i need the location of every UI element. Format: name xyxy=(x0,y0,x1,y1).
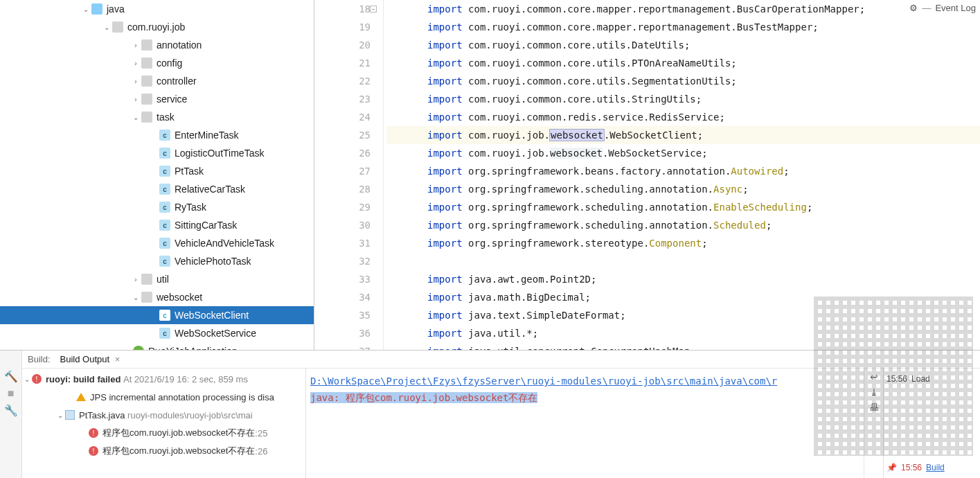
tree-node-annotation[interactable]: annotation xyxy=(0,36,314,54)
code-line[interactable]: import com.ruoyi.common.core.utils.DateU… xyxy=(386,36,980,54)
output-error-line[interactable]: java: 程序包com.ruoyi.job.websocket不存在 xyxy=(310,389,859,406)
editor-code[interactable]: import com.ruoyi.common.core.mapper.repo… xyxy=(384,0,980,350)
code-editor[interactable]: 1819202122232425262728293031323334353637… xyxy=(314,0,980,350)
tree-label: WebSocketService xyxy=(175,328,256,339)
build-messages-tree[interactable]: ⌄ ruoyi: build failed At 2021/6/19 16: 2… xyxy=(22,369,306,478)
code-line[interactable]: import com.ruoyi.common.core.mapper.repo… xyxy=(386,0,980,18)
tree-node-util[interactable]: util xyxy=(0,270,314,288)
error-line: :25 xyxy=(255,428,267,439)
chevron-down-icon[interactable]: ⌄ xyxy=(55,411,65,419)
tree-node-class[interactable]: RyTask xyxy=(0,198,314,216)
close-icon[interactable]: × xyxy=(115,354,121,364)
code-line[interactable]: import org.springframework.stereotype.Co… xyxy=(386,234,980,252)
tree-node-websocketservice[interactable]: WebSocketService xyxy=(0,324,314,342)
package-icon xyxy=(141,274,152,285)
tree-node-class[interactable]: VehiclePhotoTask xyxy=(0,252,314,270)
code-line[interactable] xyxy=(386,252,980,270)
scroll-end-icon[interactable]: ⤓ xyxy=(870,387,878,398)
code-line[interactable]: import com.ruoyi.common.core.utils.Strin… xyxy=(386,90,980,108)
tree-label: websocket xyxy=(157,292,202,303)
tree-node-class[interactable]: SittingCarTask xyxy=(0,216,314,234)
tree-node-class[interactable]: VehicleAndVehicleTask xyxy=(0,234,314,252)
class-icon xyxy=(159,238,170,249)
class-icon xyxy=(159,202,170,213)
tree-label: VehiclePhotoTask xyxy=(175,256,251,267)
output-path[interactable]: D:\WorkSpace\Project\Fzys\fzysServer\ruo… xyxy=(310,375,777,387)
code-line[interactable]: import com.ruoyi.common.core.utils.PTOnA… xyxy=(386,54,980,72)
package-icon xyxy=(141,39,152,51)
code-line[interactable]: import com.ruoyi.common.core.mapper.repo… xyxy=(386,18,980,36)
code-line[interactable]: import java.util.*; xyxy=(386,324,980,342)
build-root-node[interactable]: ⌄ ruoyi: build failed At 2021/6/19 16: 2… xyxy=(22,370,305,388)
chevron-right-icon[interactable] xyxy=(132,78,140,85)
tree-node-websocketclient[interactable]: WebSocketClient xyxy=(0,306,314,324)
status-entry[interactable]: 📌 15:56 Build xyxy=(887,459,977,477)
event-log-panel: 15:56 Load 📌 15:56 Build xyxy=(883,369,980,478)
build-error-node[interactable]: 程序包com.ruoyi.job.websocket不存在 :26 xyxy=(22,442,305,460)
class-icon xyxy=(159,166,170,177)
warning-text: JPS incremental annotation processing is… xyxy=(90,392,274,402)
tree-node-class[interactable]: EnterMineTask xyxy=(0,126,314,144)
build-error-node[interactable]: 程序包com.ruoyi.job.websocket不存在 :25 xyxy=(22,424,305,442)
chevron-right-icon[interactable] xyxy=(132,60,140,67)
chevron-down-icon[interactable]: ⌄ xyxy=(22,375,32,383)
java-file-icon xyxy=(65,410,75,420)
code-line[interactable]: import com.ruoyi.job.websocket.WebSocket… xyxy=(386,144,980,162)
status-entry[interactable]: 15:56 Load xyxy=(887,370,977,388)
pin-icon[interactable]: 📌 xyxy=(887,463,897,472)
tree-node-controller[interactable]: controller xyxy=(0,72,314,90)
code-line[interactable]: import java.util.concurrent.ConcurrentHa… xyxy=(386,342,980,350)
wrap-icon[interactable]: ↩ xyxy=(870,371,878,382)
tree-node-class[interactable]: PtTask xyxy=(0,162,314,180)
tree-node-class[interactable]: RelativeCarTask xyxy=(0,180,314,198)
tree-node-app-class[interactable]: RuoYiJobApplication xyxy=(0,342,314,350)
chevron-right-icon[interactable] xyxy=(132,96,140,103)
code-line[interactable]: import org.springframework.scheduling.an… xyxy=(386,198,980,216)
chevron-down-icon[interactable] xyxy=(132,114,140,121)
chevron-right-icon[interactable] xyxy=(132,42,140,49)
build-right-toolbar: ↩ ⤓ 🖶 xyxy=(864,369,883,478)
project-tree[interactable]: java com.ruoyi.job annotation config con… xyxy=(0,0,314,350)
print-icon[interactable]: 🖶 xyxy=(869,402,879,413)
tab-build-output[interactable]: Build Output × xyxy=(60,354,121,364)
file-name: PtTask.java xyxy=(79,410,125,421)
chevron-down-icon[interactable] xyxy=(82,6,90,13)
code-line[interactable]: import com.ruoyi.common.redis.service.Re… xyxy=(386,108,980,126)
build-output[interactable]: D:\WorkSpace\Project\Fzys\fzysServer\ruo… xyxy=(306,369,864,478)
status-link[interactable]: Build xyxy=(926,463,945,472)
package-icon xyxy=(141,94,152,105)
tree-node-package[interactable]: com.ruoyi.job xyxy=(0,18,314,36)
code-line[interactable]: import java.math.BigDecimal; xyxy=(386,288,980,306)
chevron-down-icon[interactable] xyxy=(103,24,111,31)
class-icon xyxy=(159,256,170,267)
code-line[interactable]: import java.awt.geom.Point2D; xyxy=(386,270,980,288)
gear-icon[interactable]: ⚙ xyxy=(909,3,918,13)
class-icon xyxy=(159,310,170,321)
tree-label: controller xyxy=(157,76,197,87)
code-line[interactable]: import java.text.SimpleDateFormat; xyxy=(386,306,980,324)
tree-node-service[interactable]: service xyxy=(0,90,314,108)
code-line[interactable]: import org.springframework.scheduling.an… xyxy=(386,216,980,234)
code-line[interactable]: import com.ruoyi.common.core.utils.Segme… xyxy=(386,72,980,90)
output-path-line[interactable]: D:\WorkSpace\Project\Fzys\fzysServer\ruo… xyxy=(310,373,859,389)
tree-label: EnterMineTask xyxy=(175,130,239,141)
code-line[interactable]: import org.springframework.scheduling.an… xyxy=(386,180,980,198)
hammer-icon[interactable]: 🔨 xyxy=(4,370,18,383)
wrench-icon[interactable]: 🔧 xyxy=(4,404,18,417)
tree-node-task[interactable]: task xyxy=(0,108,314,126)
tree-node-java[interactable]: java xyxy=(0,0,314,18)
tree-node-websocket[interactable]: websocket xyxy=(0,288,314,306)
build-file-node[interactable]: ⌄ PtTask.java ruoyi-modules\ruoyi-job\sr… xyxy=(22,406,305,424)
chevron-right-icon[interactable] xyxy=(132,276,140,283)
tree-node-class[interactable]: LogisticOutTimeTask xyxy=(0,144,314,162)
chevron-down-icon[interactable] xyxy=(132,294,140,301)
tree-node-config[interactable]: config xyxy=(0,54,314,72)
stop-icon[interactable]: ■ xyxy=(8,387,15,400)
code-line[interactable]: import org.springframework.beans.factory… xyxy=(386,162,980,180)
build-label: Build: xyxy=(28,354,51,364)
build-warning-node[interactable]: JPS incremental annotation processing is… xyxy=(22,388,305,406)
code-line[interactable]: import com.ruoyi.job.websocket.WebSocket… xyxy=(386,126,980,144)
event-log-button[interactable]: Event Log xyxy=(935,3,976,13)
build-toolbar: 🔨 ■ 🔧 xyxy=(0,351,22,478)
class-icon xyxy=(159,328,170,339)
